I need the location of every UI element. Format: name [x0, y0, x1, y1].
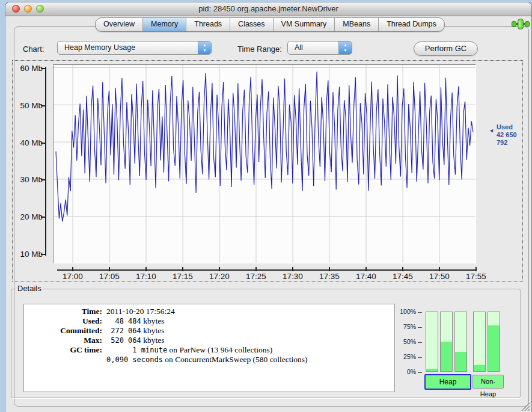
perform-gc-button[interactable]: Perform GC — [414, 42, 478, 56]
details-row-gc-time: GC time: 1 minute on ParNew (13 964 coll… — [24, 345, 394, 355]
usage-bar-fill — [426, 369, 438, 371]
x-tick-mark — [109, 267, 110, 271]
percent-tick-label: 50% -- — [397, 338, 422, 345]
details-text-area[interactable]: Time: 2011-10-20 17:56:24 Used: 48 484 k… — [23, 304, 395, 392]
time-range-stepper-icon: ▲▼ — [338, 42, 352, 54]
details-row-time: Time: 2011-10-20 17:56:24 — [24, 307, 394, 316]
x-tick-label: 17:30 — [278, 272, 307, 281]
usage-bar-fill — [488, 325, 500, 371]
connection-status-icon[interactable] — [512, 19, 530, 29]
y-tick-label: 10 Mb — [15, 250, 43, 259]
details-row-max: Max: 520 064 kbytes — [24, 336, 394, 345]
usage-bar-non-heap — [473, 312, 486, 372]
used-annotation-value: 42 650 792 — [497, 131, 522, 147]
used-annotation-label: Used — [497, 123, 522, 131]
y-tick-label: 30 Mb — [15, 175, 43, 184]
x-tick-label: 17:20 — [205, 272, 234, 281]
y-tick-label: 60 Mb — [15, 64, 43, 73]
x-tick-mark — [219, 267, 220, 271]
percent-tick-label: 75% -- — [397, 323, 422, 330]
x-tick-label: 17:45 — [388, 272, 417, 281]
chart-select-stepper-icon: ▲▼ — [198, 42, 211, 54]
percent-tick-label: 25% -- — [397, 353, 422, 360]
x-tick-mark — [365, 267, 367, 271]
usage-bar-heap — [440, 312, 453, 372]
desktop: { "window": { "title": "pid: 28450 org.a… — [0, 0, 532, 412]
x-tick-mark — [292, 267, 293, 271]
x-tick-mark — [182, 267, 183, 271]
resize-grip[interactable] — [519, 402, 530, 411]
chart-series-svg — [54, 65, 475, 263]
time-range-select[interactable]: All ▲▼ — [287, 41, 352, 55]
x-tick-mark — [329, 267, 330, 271]
y-tick-label: 20 Mb — [15, 212, 43, 221]
chart-plot-area — [53, 64, 476, 263]
x-axis — [57, 269, 475, 271]
y-tick-mark — [41, 68, 46, 69]
percent-tick-label: 0% -- — [397, 368, 422, 375]
usage-bar-fill — [441, 342, 452, 371]
chart-select-label: Chart: — [23, 45, 44, 54]
x-tick-mark — [145, 267, 147, 271]
chart-select[interactable]: Heap Memory Usage ▲▼ — [57, 41, 212, 55]
details-legend: Details — [16, 284, 43, 293]
x-tick-label: 17:15 — [168, 272, 197, 281]
x-tick-label: 17:05 — [95, 272, 124, 281]
x-tick-label: 17:10 — [132, 272, 161, 281]
x-tick-label: 17:35 — [315, 272, 344, 281]
x-tick-mark — [402, 267, 403, 271]
x-tick-mark — [475, 267, 477, 271]
details-row-gc-time-2: 0,090 seconds on ConcurrentMarkSweep (58… — [24, 355, 394, 364]
details-row-used: Used: 48 484 kbytes — [24, 316, 394, 326]
usage-bar-heap — [454, 312, 467, 372]
usage-bar-non-heap — [488, 312, 500, 372]
y-tick-mark — [41, 254, 46, 255]
x-tick-label: 17:25 — [242, 272, 271, 281]
y-tick-label: 50 Mb — [15, 101, 43, 110]
tab-threads[interactable]: Threads — [186, 18, 230, 31]
usage-bar-heap — [426, 312, 438, 372]
x-tick-label: 17:55 — [462, 272, 491, 281]
x-tick-label: 17:50 — [425, 272, 454, 281]
tab-bar: Overview Memory Threads Classes VM Summa… — [95, 17, 445, 32]
x-tick-label: 17:40 — [352, 272, 381, 281]
y-axis — [45, 67, 46, 256]
tab-overview[interactable]: Overview — [96, 18, 142, 31]
percent-tick-label: 100% -- — [397, 308, 422, 315]
x-tick-mark — [255, 267, 257, 271]
tab-memory[interactable]: Memory — [142, 18, 186, 31]
used-marker-arrow-icon: ◄ — [489, 128, 494, 134]
x-tick-mark — [439, 267, 440, 271]
tab-vm-summary[interactable]: VM Summary — [273, 18, 335, 31]
used-value-annotation: Used 42 650 792 — [497, 123, 522, 147]
window-title: pid: 28450 org.apache.jmeter.NewDriver — [5, 4, 531, 13]
y-tick-mark — [41, 105, 46, 106]
non-heap-button[interactable]: Non-Heap — [472, 375, 504, 389]
y-tick-mark — [41, 143, 46, 144]
time-range-value: All — [295, 42, 303, 54]
usage-bar-fill — [455, 352, 466, 371]
usage-bar-fill — [474, 365, 485, 371]
memory-usage-bars: 100% --75% --50% --25% --0% -- Heap Non-… — [397, 304, 517, 400]
tab-mbeans[interactable]: MBeans — [334, 18, 378, 31]
heap-button[interactable]: Heap — [424, 374, 471, 390]
time-range-label: Time Range: — [237, 45, 282, 54]
heap-memory-chart: ◄ Used 42 650 792 60 Mb50 Mb40 Mb30 Mb20… — [12, 60, 523, 281]
y-tick-label: 40 Mb — [15, 138, 43, 147]
details-row-committed: Committed: 272 064 kbytes — [24, 326, 394, 336]
title-bar[interactable]: pid: 28450 org.apache.jmeter.NewDriver — [5, 2, 531, 16]
y-tick-mark — [41, 179, 46, 180]
y-tick-mark — [41, 217, 46, 218]
tab-classes[interactable]: Classes — [230, 18, 272, 31]
chart-select-value: Heap Memory Usage — [64, 42, 135, 54]
x-tick-label: 17:00 — [58, 272, 87, 281]
tab-thread-dumps[interactable]: Thread Dumps — [378, 18, 444, 31]
x-tick-mark — [72, 267, 73, 271]
